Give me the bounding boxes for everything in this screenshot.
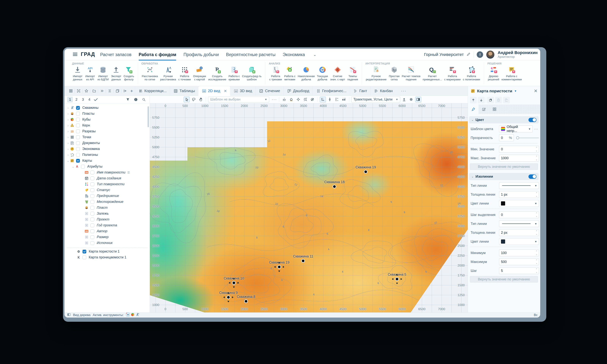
chevron-right-icon[interactable]: › <box>66 130 70 133</box>
tree-item[interactable]: ⌄AАтрибуты <box>65 164 150 169</box>
tree-item[interactable]: ›Скважины <box>65 105 150 111</box>
collapseL-icon[interactable] <box>122 88 128 94</box>
visibility-checkbox[interactable] <box>76 124 80 127</box>
visibility-checkbox[interactable] <box>91 212 94 216</box>
number-input[interactable]: 100⌃⌄ <box>499 249 539 256</box>
ribbon-item[interactable]: Импортиз БДПИ <box>96 66 110 81</box>
notification-icon[interactable]: ! <box>477 51 483 58</box>
view-tab-2[interactable]: 2D2D вид✕ <box>198 86 230 96</box>
number-input[interactable]: 2 px⌃⌄ <box>499 229 539 236</box>
chevron-right-icon[interactable]: › <box>66 136 70 139</box>
select-tool-icon[interactable] <box>184 97 190 102</box>
pan-tool-icon[interactable] <box>198 97 204 102</box>
visibility-checkbox[interactable] <box>91 223 94 227</box>
tree-page-check-icon[interactable] <box>93 97 99 102</box>
chevron-right-icon[interactable]: › <box>66 106 70 109</box>
nav-item-3[interactable]: Вероятностные расчеты <box>226 49 276 61</box>
export-view-icon[interactable] <box>401 97 407 102</box>
ribbon-item[interactable]: Операциис картой <box>192 66 207 81</box>
reset-default-button[interactable]: Вернуть значение по умолчанию <box>470 163 538 170</box>
line-type-dropdown[interactable]: ▼ <box>499 220 539 227</box>
lasso-tool-icon[interactable] <box>191 97 197 102</box>
visibility-checkbox[interactable] <box>91 241 94 245</box>
axes-toggle-icon[interactable]: YX <box>320 97 326 102</box>
scan-icon[interactable] <box>75 88 82 94</box>
well-display-dropdown[interactable]: Траектория, Устье, Цели▼ <box>351 97 400 102</box>
ribbon-item[interactable]: Ручноередактирование <box>365 66 388 81</box>
chevron-right-icon[interactable]: › <box>66 124 70 127</box>
visibility-checkbox[interactable] <box>82 256 86 259</box>
chevd-icon[interactable] <box>99 88 105 94</box>
tree-item[interactable]: ›Разрезы <box>65 128 150 134</box>
copy-icon[interactable] <box>487 97 494 103</box>
active-tool-map-icon[interactable]: M <box>126 313 130 318</box>
view-tab-3[interactable]: 3D3D вид <box>230 86 255 96</box>
visibility-checkbox[interactable] <box>76 112 80 116</box>
zoom-area-icon[interactable] <box>302 97 308 102</box>
add-view-button[interactable]: + <box>130 88 133 94</box>
visibility-checkbox[interactable] <box>76 106 80 110</box>
visibility-checkbox[interactable] <box>76 135 80 139</box>
well-marker[interactable] <box>364 170 368 174</box>
tree-item[interactable]: Предприятие <box>65 193 150 199</box>
tree-scrollbar[interactable] <box>147 106 149 127</box>
home-view-icon[interactable] <box>288 97 294 102</box>
chevron-right-icon[interactable]: › <box>66 142 70 145</box>
view-tab-6[interactable]: Геофизичес... <box>313 86 350 96</box>
template-more-button[interactable]: ··· <box>272 97 277 102</box>
tree-page-4[interactable]: 4 <box>87 97 92 102</box>
tree-item[interactable]: Тип поверхности <box>65 181 150 187</box>
listc-icon[interactable] <box>106 88 113 94</box>
visibility-checkbox[interactable] <box>76 153 80 157</box>
opacity-slider[interactable] <box>516 138 539 138</box>
number-input[interactable]: 500⌃⌄ <box>499 258 539 265</box>
visibility-checkbox[interactable] <box>91 194 94 198</box>
ribbon-item[interactable]: MТекущаядобыча <box>316 66 329 81</box>
tree-alert-icon[interactable] <box>132 96 139 103</box>
number-input[interactable]: 0⌃⌄ <box>499 146 539 153</box>
visibility-checkbox[interactable] <box>76 159 80 163</box>
section-toggle[interactable] <box>528 118 536 122</box>
view-tab-5[interactable]: Дашборд <box>284 86 313 96</box>
section-header[interactable]: ⌄Цвет <box>469 116 539 123</box>
ribbon-item[interactable]: Работас маркерами <box>443 66 462 81</box>
chevron-right-icon[interactable]: › <box>66 118 70 121</box>
view-settings-icon[interactable] <box>408 97 414 102</box>
tab-edit[interactable] <box>479 104 489 114</box>
well-marker[interactable] <box>395 277 399 281</box>
tree-page-1[interactable]: 1 <box>67 97 73 102</box>
tree-page-2[interactable]: 2 <box>74 97 79 102</box>
nav-item-2[interactable]: Профиль добычи <box>184 49 219 61</box>
tab-layout[interactable] <box>489 104 500 114</box>
toggle-panel-icon[interactable] <box>415 97 421 102</box>
color-template-more-button[interactable]: ··· <box>534 127 538 131</box>
close-panel-icon[interactable]: ✕ <box>534 88 538 94</box>
grid4-icon[interactable] <box>67 88 74 94</box>
tree-page-3[interactable]: 3 <box>80 97 86 102</box>
ribbon-item[interactable]: xРасстановкапо сетке <box>141 66 159 81</box>
paste-icon[interactable] <box>503 97 510 103</box>
ribbon-item[interactable]: Дереворешений <box>487 66 501 81</box>
view-tab-4[interactable]: Сечение <box>255 86 284 96</box>
move-up-icon[interactable] <box>470 97 477 103</box>
map-canvas[interactable]: 1214101214108686498848816182012141066440… <box>150 103 468 312</box>
tree-item[interactable]: ФКарта пористости 1 <box>65 248 150 254</box>
view-tab-0[interactable]: Корреляци... <box>135 86 170 96</box>
item-menu-icon[interactable]: ☰ <box>127 171 130 174</box>
more-tabs-button[interactable]: ··· <box>401 89 406 93</box>
tree-item[interactable]: ›Кубы <box>65 117 150 122</box>
visibility-checkbox[interactable] <box>91 182 94 186</box>
tree-item[interactable]: ›PЭкономика <box>65 146 150 152</box>
well-marker[interactable] <box>226 295 230 299</box>
ribbon-item[interactable]: Экспортданных <box>110 66 122 81</box>
tree-item[interactable]: ABИмя поверхности☰ <box>65 169 150 175</box>
view-tab-8[interactable]: Канбан <box>370 86 396 96</box>
edit-workspace-icon[interactable] <box>467 52 470 57</box>
well-marker[interactable] <box>277 265 281 269</box>
toggle-tree-panel-icon[interactable] <box>67 313 71 317</box>
well-marker[interactable] <box>332 185 336 188</box>
nav-overflow-chevron-icon[interactable]: ⌄ <box>313 52 317 57</box>
ribbon-item[interactable]: Простаясетка <box>388 66 401 81</box>
visibility-checkbox[interactable] <box>81 165 85 169</box>
nav-item-0[interactable]: Расчет запасов <box>100 49 132 61</box>
